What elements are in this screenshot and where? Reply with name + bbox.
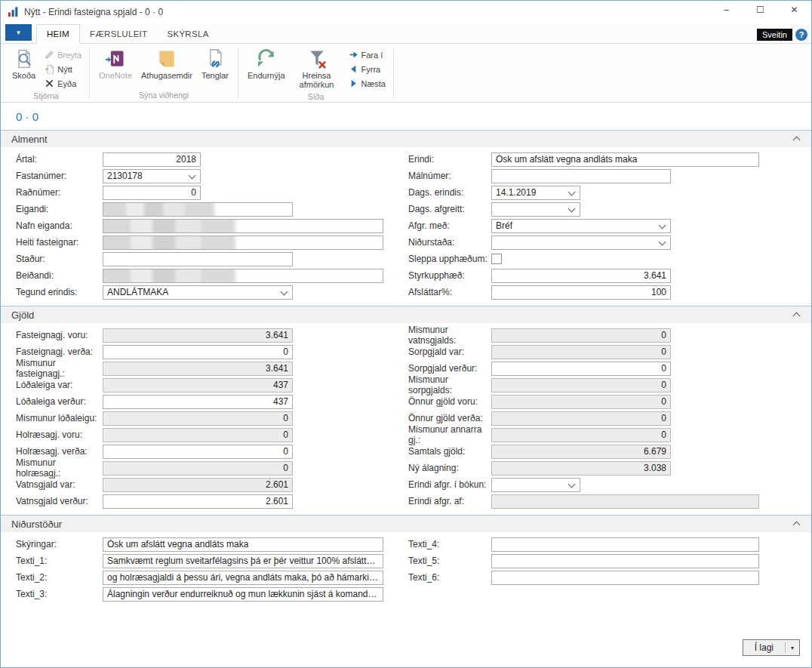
input-onnur-gjold-verda: 0 — [491, 411, 671, 426]
field-row: Mismunur sorpgjalds:0 — [408, 377, 811, 393]
tab-skyrsla[interactable]: SKÝRSLA — [157, 25, 218, 43]
label-afgr-med: Afgr. með: — [408, 220, 491, 231]
label-styrkupphaed: Styrkupphæð: — [408, 270, 491, 281]
collapse-chevron-icon[interactable] — [793, 522, 801, 529]
fasttab-header[interactable]: Almennt — [1, 131, 811, 147]
section-nidurstodur: NiðurstöðurSkýringar:Ósk um afslátt vegn… — [1, 515, 811, 608]
minimize-icon[interactable]: – — [709, 1, 743, 19]
field-value: Bréf — [496, 220, 512, 231]
athugasemdir-button[interactable]: Athugasemdir — [137, 47, 197, 82]
endurnyja-button[interactable]: Endurnýja — [243, 47, 290, 82]
input-beidandi[interactable] — [103, 269, 383, 283]
skoda-button[interactable]: Skoða — [8, 47, 40, 82]
collapse-chevron-icon[interactable] — [793, 137, 801, 144]
field-row: Texti_6: — [408, 569, 811, 586]
dropdown-afgr-med[interactable]: Bréf — [491, 219, 671, 233]
breyta-button[interactable]: Breyta — [42, 48, 85, 62]
field-row: Raðnúmer:0 — [16, 184, 393, 201]
input-erindi[interactable]: Ósk um afslátt vegna andláts maka — [491, 152, 759, 167]
input-afslattar[interactable]: 100 — [491, 285, 671, 300]
input-vatnsgjald-var: 2.601 — [103, 478, 293, 492]
input-texti-2[interactable]: og holræsagjaldi á þessu ári, vegna andl… — [103, 571, 383, 585]
input-styrkupphaed[interactable]: 3.641 — [491, 269, 671, 283]
dropdown-erindi-afgr-i-bokun[interactable] — [491, 478, 580, 492]
maximize-icon[interactable]: ☐ — [743, 1, 777, 19]
input-texti-3[interactable]: Álagningin verður endurreiknuð og mun læ… — [103, 587, 383, 602]
previous-arrow-icon — [349, 64, 358, 74]
ok-dropdown-arrow-icon[interactable]: ▾ — [786, 640, 799, 655]
input-texti-5[interactable] — [491, 554, 759, 568]
close-icon[interactable]: ✕ — [777, 1, 811, 19]
input-lodaleiga-verdur[interactable]: 437 — [103, 395, 293, 409]
input-texti-4[interactable] — [491, 537, 759, 552]
dropdown-dags-erindis[interactable]: 14.1.2019 — [491, 186, 580, 200]
input-heiti-fasteignar[interactable] — [103, 235, 383, 250]
field-row: Vatnsgjald verður:2.601 — [16, 493, 393, 509]
view-document-icon — [14, 48, 35, 69]
label-mismunur-vatnsgjalds: Mismunur vatnsgjalds: — [408, 325, 491, 346]
eyda-button[interactable]: Eyða — [42, 76, 85, 91]
label-mismunur-lodaleigu: Mismunur lóðaleigu: — [16, 413, 103, 423]
input-malnumer[interactable] — [491, 169, 671, 183]
collapse-chevron-icon[interactable] — [793, 312, 801, 320]
input-vatnsgjald-verdur[interactable]: 2.601 — [103, 494, 293, 509]
tenglar-button[interactable]: Tenglar — [197, 47, 233, 82]
footer: Í lagi ▾ — [1, 639, 811, 667]
ok-button-label: Í lagi — [743, 640, 785, 655]
naesta-button[interactable]: Næsta — [346, 76, 389, 91]
input-texti-6[interactable] — [491, 571, 759, 585]
fasttab-title: Niðurstöður — [11, 519, 62, 530]
tab-heim[interactable]: HEIM — [36, 24, 80, 44]
field-value: 2130178 — [107, 171, 143, 181]
label-nafn-eiganda: Nafn eiganda: — [16, 220, 103, 231]
fara-i-button[interactable]: Fara í — [346, 48, 389, 62]
input-stadur[interactable] — [103, 252, 293, 266]
sticky-note-icon — [156, 48, 177, 69]
input-skyringar[interactable]: Ósk um afslátt vegna andláts maka — [103, 537, 383, 552]
input-radnumer[interactable]: 0 — [103, 186, 201, 200]
label-sleppa-upphaedum: Sleppa upphæðum: — [408, 254, 491, 264]
input-nafn-eiganda[interactable] — [103, 219, 383, 233]
input-artal[interactable]: 2018 — [103, 152, 201, 167]
input-sorpgjald-verdur[interactable]: 0 — [491, 362, 671, 376]
field-row: Afsláttar%:100 — [408, 284, 811, 300]
checkbox-sleppa-upphaedum[interactable] — [491, 254, 502, 264]
titlebar: Nýtt - Erindi fasteigna spjald - 0 · 0 –… — [1, 1, 811, 23]
tab-faersluleit[interactable]: FÆRSLULEIT — [80, 25, 158, 43]
input-fasteignagj-verda[interactable]: 0 — [103, 345, 293, 359]
fasttab-title: Gjöld — [11, 309, 34, 321]
hreinsa-afmorkun-button[interactable]: Hreinsa afmörkun — [290, 47, 344, 91]
field-row: Heiti fasteignar: — [16, 234, 393, 251]
input-mismunur-sorpgjalds: 0 — [491, 378, 671, 392]
input-holraesagj-verda[interactable]: 0 — [103, 445, 293, 459]
input-texti-1[interactable]: Samkvæmt reglum sveitarfélagsins þá er þ… — [103, 554, 383, 568]
redacted-overlay — [103, 269, 235, 283]
fyrra-button[interactable]: Fyrra — [346, 62, 389, 76]
field-row: Mismunur lóðaleigu:0 — [16, 410, 393, 426]
label-tegund-erindis: Tegund erindis: — [16, 287, 103, 297]
input-eigandi[interactable] — [103, 202, 293, 217]
help-icon[interactable]: ? — [795, 29, 807, 41]
fasttab-header[interactable]: Gjöld — [1, 306, 811, 323]
field-row: Lóðaleiga verður:437 — [16, 393, 393, 410]
chevron-down-icon — [568, 205, 576, 212]
label-texti-5: Texti_5: — [408, 556, 491, 566]
nytt-button[interactable]: Nýtt — [42, 62, 85, 76]
field-value: Ósk um afslátt vegna andláts maka — [107, 539, 248, 549]
field-row: Sorpgjald var:0 — [408, 343, 811, 360]
label-mismunur-annarra-gj: Mismunur annarra gj.: — [408, 424, 491, 445]
dropdown-nidurstada[interactable] — [491, 235, 671, 250]
dropdown-tegund-erindis[interactable]: ANDLÁTMAKA — [103, 285, 293, 300]
label-sorpgjald-var: Sorpgjald var: — [408, 346, 491, 357]
dropdown-fastanumer[interactable]: 2130178 — [103, 169, 201, 183]
ribbon-separator — [89, 48, 90, 99]
ok-button[interactable]: Í lagi ▾ — [743, 639, 800, 656]
input-mismunur-lodaleigu: 0 — [103, 411, 293, 426]
fasttab-header[interactable]: Niðurstöður — [1, 516, 811, 532]
field-value: 3.641 — [266, 363, 288, 374]
app-menu-button[interactable]: ▼ — [5, 24, 32, 41]
field-row: Fastanúmer:2130178 — [16, 168, 393, 184]
dropdown-dags-afgreitt[interactable] — [491, 202, 580, 217]
onenote-button[interactable]: OneNote — [94, 47, 137, 82]
field-value: 0 — [661, 330, 666, 340]
